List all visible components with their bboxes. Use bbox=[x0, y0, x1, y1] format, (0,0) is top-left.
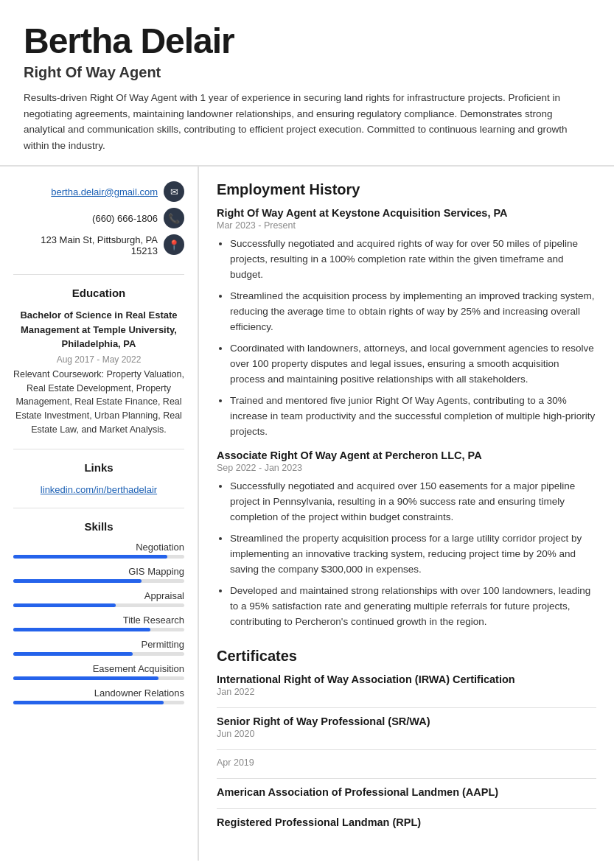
header-section: Bertha Delair Right Of Way Agent Results… bbox=[0, 0, 614, 167]
main-content: Employment History Right Of Way Agent at… bbox=[199, 167, 614, 860]
skill-item: GIS Mapping bbox=[13, 566, 184, 583]
skill-item: Landowner Relations bbox=[13, 687, 184, 704]
skill-bar-bg bbox=[13, 701, 184, 704]
bullet: Streamlined the property acquisition pro… bbox=[230, 531, 596, 578]
employment-section: Employment History Right Of Way Agent at… bbox=[217, 181, 596, 629]
skill-name: GIS Mapping bbox=[13, 566, 184, 577]
skill-bar-fill bbox=[13, 652, 133, 656]
skill-name: Appraisal bbox=[13, 590, 184, 601]
job-block: Right Of Way Agent at Keystone Acquisiti… bbox=[217, 207, 596, 439]
phone-icon: 📞 bbox=[164, 208, 184, 228]
divider bbox=[217, 749, 596, 750]
skill-name: Easement Acquisition bbox=[13, 663, 184, 674]
skill-bar-bg bbox=[13, 603, 184, 607]
job-block: Associate Right Of Way Agent at Perchero… bbox=[217, 449, 596, 629]
address-line1: 123 Main St, Pittsburgh, PA bbox=[41, 234, 158, 245]
education-title: Education bbox=[13, 287, 184, 299]
skill-bar-fill bbox=[13, 676, 158, 680]
skill-item: Title Research bbox=[13, 615, 184, 631]
education-degree: Bachelor of Science in Real Estate Manag… bbox=[13, 308, 184, 351]
education-coursework: Relevant Coursework: Property Valuation,… bbox=[13, 368, 184, 437]
candidate-title: Right Of Way Agent bbox=[24, 64, 590, 81]
cert-name: Registered Professional Landman (RPL) bbox=[217, 816, 596, 828]
cert-name: Senior Right of Way Professional (SR/WA) bbox=[217, 715, 596, 727]
job-date: Sep 2022 - Jan 2023 bbox=[217, 463, 596, 473]
bullet: Successfully negotiated and acquired rig… bbox=[230, 237, 596, 283]
bullet: Coordinated with landowners, attorneys, … bbox=[230, 341, 596, 388]
sidebar: bertha.delair@gmail.com ✉ (660) 666-1806… bbox=[0, 167, 199, 860]
job-title: Associate Right Of Way Agent at Perchero… bbox=[217, 449, 596, 461]
skill-bar-bg bbox=[13, 628, 184, 631]
cert-date: Apr 2019 bbox=[217, 757, 596, 768]
employment-title: Employment History bbox=[217, 181, 596, 198]
contact-block: bertha.delair@gmail.com ✉ (660) 666-1806… bbox=[13, 181, 184, 275]
cert-date: Jun 2020 bbox=[217, 729, 596, 739]
skill-bar-bg bbox=[13, 579, 184, 583]
skill-item: Easement Acquisition bbox=[13, 663, 184, 680]
divider bbox=[217, 808, 596, 809]
skill-bar-fill bbox=[13, 579, 142, 583]
bullet: Streamlined the acquisition process by i… bbox=[230, 289, 596, 335]
phone-row: (660) 666-1806 📞 bbox=[13, 208, 184, 228]
skill-bar-bg bbox=[13, 652, 184, 656]
cert-item: Senior Right of Way Professional (SR/WA)… bbox=[217, 715, 596, 739]
employment-list: Right Of Way Agent at Keystone Acquisiti… bbox=[217, 207, 596, 629]
email-icon: ✉ bbox=[164, 181, 184, 202]
skills-title: Skills bbox=[13, 520, 184, 533]
links-block: Links linkedin.com/in/berthadelair bbox=[13, 461, 184, 508]
skill-bar-bg bbox=[13, 555, 184, 559]
cert-date: Jan 2022 bbox=[217, 687, 596, 697]
skills-list: Negotiation GIS Mapping Appraisal Title … bbox=[13, 542, 184, 704]
address-row: 123 Main St, Pittsburgh, PA 15213 📍 bbox=[13, 234, 184, 256]
bullet: Trained and mentored five junior Right O… bbox=[230, 393, 596, 440]
cert-name: International Right of Way Association (… bbox=[217, 673, 596, 685]
linkedin-link[interactable]: linkedin.com/in/berthadelair bbox=[41, 484, 157, 495]
body-section: bertha.delair@gmail.com ✉ (660) 666-1806… bbox=[0, 167, 614, 860]
email-row: bertha.delair@gmail.com ✉ bbox=[13, 181, 184, 202]
skill-bar-fill bbox=[13, 628, 150, 631]
skill-bar-fill bbox=[13, 555, 167, 559]
skills-block: Skills Negotiation GIS Mapping Appraisal… bbox=[13, 520, 184, 704]
skill-item: Permitting bbox=[13, 639, 184, 656]
bullet: Developed and maintained strong relation… bbox=[230, 584, 596, 630]
cert-item: Registered Professional Landman (RPL) bbox=[217, 816, 596, 828]
cert-item: International Right of Way Association (… bbox=[217, 673, 596, 697]
skill-item: Negotiation bbox=[13, 542, 184, 559]
job-bullets: Successfully negotiated and acquired ove… bbox=[217, 479, 596, 629]
candidate-name: Bertha Delair bbox=[24, 21, 590, 61]
certificates-list: International Right of Way Association (… bbox=[217, 673, 596, 828]
cert-name: American Association of Professional Lan… bbox=[217, 786, 596, 798]
certificates-section: Certificates International Right of Way … bbox=[217, 648, 596, 828]
address-line2: 15213 bbox=[41, 245, 158, 256]
skill-name: Permitting bbox=[13, 639, 184, 650]
skill-name: Landowner Relations bbox=[13, 687, 184, 699]
job-title: Right Of Way Agent at Keystone Acquisiti… bbox=[217, 207, 596, 219]
skill-name: Title Research bbox=[13, 615, 184, 626]
location-icon: 📍 bbox=[164, 234, 184, 255]
cert-item: Apr 2019 bbox=[217, 757, 596, 768]
skill-bar-fill bbox=[13, 701, 164, 704]
links-title: Links bbox=[13, 461, 184, 474]
email-text[interactable]: bertha.delair@gmail.com bbox=[51, 186, 158, 197]
bullet: Successfully negotiated and acquired ove… bbox=[230, 479, 596, 525]
skill-bar-fill bbox=[13, 603, 116, 607]
skill-item: Appraisal bbox=[13, 590, 184, 607]
cert-item: American Association of Professional Lan… bbox=[217, 786, 596, 798]
candidate-summary: Results-driven Right Of Way Agent with 1… bbox=[24, 90, 590, 153]
certificates-title: Certificates bbox=[217, 648, 596, 665]
phone-text: (660) 666-1806 bbox=[92, 213, 158, 224]
skill-bar-bg bbox=[13, 676, 184, 680]
skill-name: Negotiation bbox=[13, 542, 184, 553]
education-date: Aug 2017 - May 2022 bbox=[13, 354, 184, 365]
divider bbox=[217, 707, 596, 708]
education-block: Education Bachelor of Science in Real Es… bbox=[13, 287, 184, 449]
job-bullets: Successfully negotiated and acquired rig… bbox=[217, 237, 596, 439]
job-date: Mar 2023 - Present bbox=[217, 220, 596, 231]
divider bbox=[217, 778, 596, 779]
